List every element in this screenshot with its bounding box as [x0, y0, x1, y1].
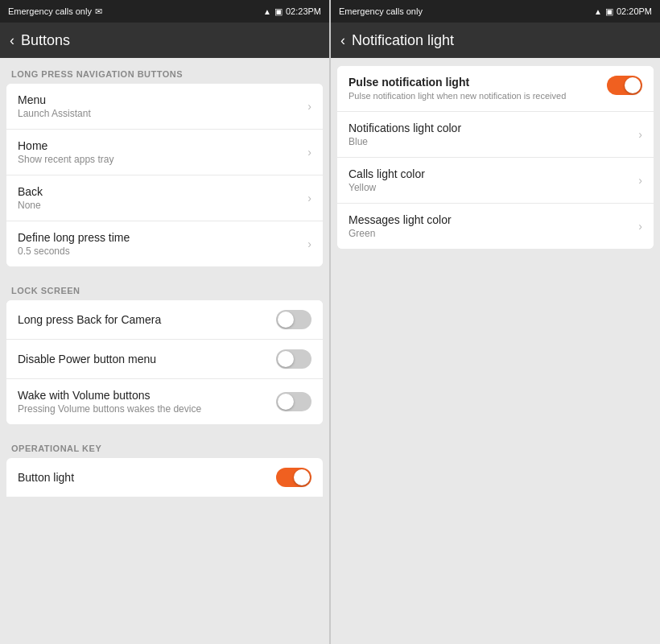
menu-subtitle: Launch Assistant: [18, 108, 301, 119]
left-status-left: Emergency calls only ✉: [8, 6, 102, 17]
pulse-notification-item[interactable]: Pulse notification light Pulse notificat…: [337, 66, 654, 112]
notifications-light-color-item[interactable]: Notifications light color Blue ›: [337, 112, 654, 158]
button-light-toggle[interactable]: [276, 468, 311, 487]
wake-volume-subtitle: Pressing Volume buttons wakes the device: [18, 403, 276, 415]
left-emergency-text: Emergency calls only: [8, 6, 92, 16]
notification-light-group: Pulse notification light Pulse notificat…: [337, 66, 654, 249]
left-content: LONG PRESS NAVIGATION BUTTONS Menu Launc…: [0, 58, 329, 644]
left-status-bar: Emergency calls only ✉ ▲ ▣ 02:23PM: [0, 0, 329, 23]
pulse-notification-knob: [625, 77, 641, 93]
left-header: ‹ Buttons: [0, 23, 329, 58]
right-status-left: Emergency calls only: [339, 6, 423, 16]
long-press-camera-title: Long press Back for Camera: [18, 313, 276, 326]
calls-light-color-title: Calls light color: [349, 167, 632, 180]
left-signal-icon: ▲: [263, 7, 271, 16]
define-press-title: Define long press time: [18, 231, 301, 244]
calls-light-color-item[interactable]: Calls light color Yellow ›: [337, 158, 654, 204]
menu-item[interactable]: Menu Launch Assistant ›: [6, 84, 323, 130]
menu-title: Menu: [18, 93, 301, 106]
right-emergency-text: Emergency calls only: [339, 6, 423, 16]
wake-volume-title: Wake with Volume buttons: [18, 389, 276, 402]
left-header-title: Buttons: [21, 32, 70, 49]
button-light-knob: [294, 469, 310, 485]
define-press-chevron: ›: [307, 237, 311, 250]
define-press-item[interactable]: Define long press time 0.5 seconds ›: [6, 221, 323, 266]
back-chevron: ›: [307, 192, 311, 204]
notifications-light-color-subtitle: Blue: [349, 136, 632, 147]
long-press-camera-toggle[interactable]: [276, 310, 311, 329]
right-panel: Emergency calls only ▲ ▣ 02:20PM ‹ Notif…: [331, 0, 660, 644]
long-press-section-label: LONG PRESS NAVIGATION BUTTONS: [0, 58, 329, 84]
back-title: Back: [18, 185, 301, 198]
right-status-bar: Emergency calls only ▲ ▣ 02:20PM: [331, 0, 660, 23]
left-msg-icon: ✉: [95, 6, 102, 17]
lock-screen-section-label: LOCK SCREEN: [0, 275, 329, 300]
pulse-notification-toggle[interactable]: [607, 76, 642, 95]
button-light-title: Button light: [18, 471, 276, 484]
right-back-button[interactable]: ‹: [340, 32, 345, 49]
wake-volume-toggle[interactable]: [276, 392, 311, 411]
wake-volume-knob: [278, 394, 294, 410]
right-header: ‹ Notification light: [331, 23, 660, 58]
right-status-right: ▲ ▣ 02:20PM: [594, 6, 652, 17]
disable-power-knob: [278, 351, 294, 367]
messages-light-color-subtitle: Green: [349, 228, 632, 239]
back-item[interactable]: Back None ›: [6, 175, 323, 221]
home-title: Home: [18, 139, 301, 152]
operational-group: Button light: [6, 458, 323, 497]
left-time: 02:23PM: [286, 6, 321, 16]
disable-power-item[interactable]: Disable Power button menu: [6, 340, 323, 379]
long-press-camera-item[interactable]: Long press Back for Camera: [6, 300, 323, 340]
right-header-title: Notification light: [352, 32, 454, 49]
define-press-subtitle: 0.5 seconds: [18, 246, 301, 257]
back-subtitle: None: [18, 200, 301, 211]
operational-section-label: OPERATIONAL KEY: [0, 432, 329, 458]
calls-light-color-chevron: ›: [638, 174, 642, 187]
lock-screen-group: Long press Back for Camera Disable Power…: [6, 300, 323, 424]
right-time: 02:20PM: [617, 6, 652, 16]
home-subtitle: Show recent apps tray: [18, 154, 301, 165]
notifications-light-color-chevron: ›: [638, 128, 642, 141]
right-content: Pulse notification light Pulse notificat…: [331, 58, 660, 644]
disable-power-title: Disable Power button menu: [18, 353, 276, 365]
left-status-right: ▲ ▣ 02:23PM: [263, 6, 321, 17]
messages-light-color-title: Messages light color: [349, 213, 632, 226]
messages-light-color-item[interactable]: Messages light color Green ›: [337, 204, 654, 249]
pulse-notification-subtitle: Pulse notification light when new notifi…: [349, 90, 607, 101]
pulse-notification-title: Pulse notification light: [349, 76, 607, 89]
home-item[interactable]: Home Show recent apps tray ›: [6, 130, 323, 175]
left-back-button[interactable]: ‹: [10, 32, 14, 49]
home-chevron: ›: [307, 146, 311, 159]
left-panel: Emergency calls only ✉ ▲ ▣ 02:23PM ‹ But…: [0, 0, 329, 644]
disable-power-toggle[interactable]: [276, 349, 311, 369]
long-press-group: Menu Launch Assistant › Home Show recent…: [6, 84, 323, 266]
menu-chevron: ›: [307, 100, 311, 113]
calls-light-color-subtitle: Yellow: [349, 182, 632, 193]
messages-light-color-chevron: ›: [638, 220, 642, 233]
long-press-camera-knob: [278, 312, 294, 328]
wake-volume-item[interactable]: Wake with Volume buttons Pressing Volume…: [6, 379, 323, 424]
right-battery-icon: ▣: [605, 6, 613, 17]
left-battery-icon: ▣: [274, 6, 283, 17]
right-signal-icon: ▲: [594, 7, 602, 16]
notifications-light-color-title: Notifications light color: [349, 122, 632, 134]
button-light-item[interactable]: Button light: [6, 458, 323, 497]
